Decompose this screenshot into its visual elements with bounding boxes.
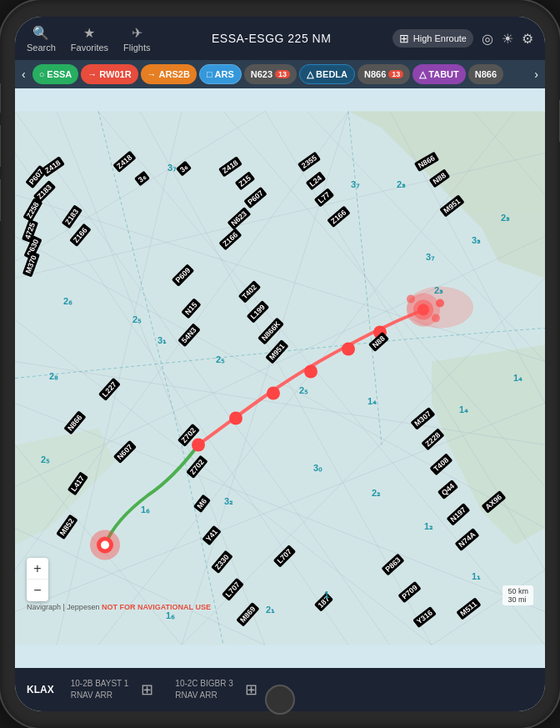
tab-ars[interactable]: □ ARS [199,64,242,84]
layers-stack-icon: ⊞ [399,32,409,45]
navigraph-label: Navigraph | Jeppesen [27,603,99,611]
bedla-label: BEDLA [316,69,348,79]
home-button[interactable] [265,685,295,715]
scale-30mi: 30 mi [508,595,528,604]
n866a-label: N866 [364,69,386,79]
scale-bar: 50 km 30 mi [502,585,533,605]
chart1-layers-icon[interactable]: ⊞ [135,678,158,701]
bottom-chart-1[interactable]: 10-2B BAYST 1 RNAV ARR ⊞ [71,678,159,701]
map-area[interactable]: Z418 P607 Z183 Z258 4725 P630 M370 Z183 … [15,88,545,668]
n623-label: N623 [251,69,272,79]
tab-tabut[interactable]: △ TABUT [412,64,465,84]
zoom-controls: + − [27,558,48,601]
airport-code: KLAX [27,683,54,697]
chart2-layers-icon[interactable]: ⊞ [240,678,263,701]
map-svg [15,88,545,668]
tab-n866[interactable]: N866 13 [358,64,410,84]
tabs-scroll-left[interactable]: ‹ [15,68,32,81]
volume-down-button[interactable] [0,179,1,221]
tabut-label: TABUT [428,69,458,79]
svg-point-43 [407,287,473,329]
tab-ars2b[interactable]: → ARS2B [141,64,197,84]
tablet-frame: 🔍 Search ★ Favorites ✈ Flights ESSA-ESGG… [0,0,560,728]
chart2-line2: RNAV ARR [175,690,232,701]
volume-up-button[interactable] [0,125,1,167]
flights-nav-item[interactable]: ✈ Flights [123,25,150,53]
ars-icon: □ [207,69,212,79]
svg-point-33 [267,387,280,400]
tab-rw01r[interactable]: → RW01R [81,64,138,84]
svg-point-31 [192,439,205,452]
chart2-line1: 10-2C BIGBR 3 [175,678,232,690]
search-nav-item[interactable]: 🔍 Search [27,25,56,53]
bottom-chart-2[interactable]: 10-2C BIGBR 3 RNAV ARR ⊞ [175,678,262,701]
top-bar-right: ⊞ High Enroute ◎ ☀ ⚙ [392,29,533,48]
nav-left: 🔍 Search ★ Favorites ✈ Flights [27,25,151,53]
scale-50km: 50 km [508,587,528,595]
chart1-line1: 10-2B BAYST 1 [71,678,129,690]
layer-mode-label: High Enroute [413,33,467,43]
top-bar: 🔍 Search ★ Favorites ✈ Flights ESSA-ESGG… [15,17,545,60]
route-text: ESSA-ESGG [212,32,284,45]
flights-icon: ✈ [132,25,142,41]
route-title: ESSA-ESGG 225 NM [212,32,331,45]
svg-point-34 [304,365,318,379]
rw01r-icon: → [88,69,97,79]
map-watermark: Navigraph | Jeppesen NOT FOR NAVIGATIONA… [27,603,211,611]
tablet-screen: 🔍 Search ★ Favorites ✈ Flights ESSA-ESGG… [15,17,545,711]
bedla-icon: △ [307,69,313,80]
not-for-nav-label: NOT FOR NAVIGATIONAL USE [102,603,211,611]
zoom-out-button[interactable]: − [27,580,48,601]
tab-essa[interactable]: ○ ESSA [32,64,79,84]
ars2b-label: ARS2B [159,69,190,79]
brightness-icon[interactable]: ☀ [502,31,513,47]
route-nm: 225 NM [288,32,331,45]
tab-bedla[interactable]: △ BEDLA [299,64,355,84]
svg-point-30 [101,541,109,550]
mute-button[interactable] [0,83,1,113]
route-tabs-inner: ○ ESSA → RW01R → ARS2B □ ARS N623 13 [32,64,528,84]
tabs-scroll-right[interactable]: › [528,68,545,81]
essa-icon: ○ [39,69,45,79]
rw01r-label: RW01R [99,69,131,79]
favorites-icon: ★ [83,25,95,41]
ars2b-icon: → [148,69,157,79]
tab-n623[interactable]: N623 13 [244,64,297,84]
n623-badge: 13 [275,70,290,78]
search-icon: 🔍 [32,25,49,41]
layer-mode-badge[interactable]: ⊞ High Enroute [392,29,473,48]
favorites-label: Favorites [71,43,108,53]
essa-label: ESSA [47,69,72,79]
bottom-item-1: KLAX [27,683,54,697]
zoom-in-button[interactable]: + [27,558,48,580]
tabut-icon: △ [419,69,426,80]
compass-icon[interactable]: ◎ [482,31,493,47]
route-tabs-bar: ‹ ○ ESSA → RW01R → ARS2B □ ARS [15,60,545,88]
n866b-label: N866 [475,69,497,79]
settings-icon[interactable]: ⚙ [522,31,533,47]
svg-point-35 [342,343,355,356]
chart1-line2: RNAV ARR [71,690,129,701]
favorites-nav-item[interactable]: ★ Favorites [71,25,108,53]
flights-label: Flights [123,43,150,53]
n866a-badge: 13 [388,70,403,78]
svg-point-32 [229,412,242,425]
search-label: Search [27,43,56,53]
svg-point-36 [373,326,387,339]
tab-n866b[interactable]: N866 [468,64,503,84]
ars-label: ARS [215,69,234,79]
